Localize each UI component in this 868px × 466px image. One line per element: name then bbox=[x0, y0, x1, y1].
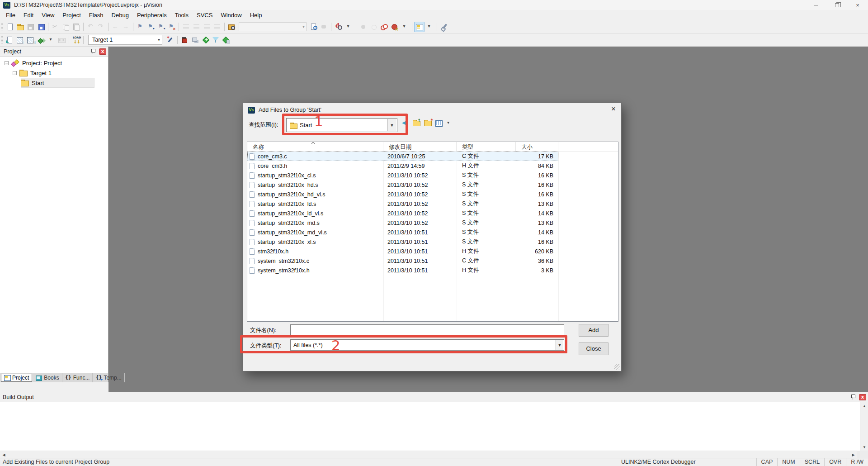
scroll-right-icon[interactable]: ▶ bbox=[849, 451, 857, 458]
minimize-button[interactable] bbox=[806, 0, 826, 10]
find-next-button[interactable] bbox=[308, 22, 319, 32]
file-row[interactable]: system_stm32f10x.c2011/3/10 10:51C 文件36 … bbox=[247, 256, 558, 266]
collapse-icon[interactable] bbox=[5, 61, 9, 65]
file-row[interactable]: startup_stm32f10x_md.s2011/3/10 10:52S 文… bbox=[247, 218, 558, 228]
select-packs-button[interactable] bbox=[211, 35, 221, 45]
scroll-left-icon[interactable]: ◀ bbox=[0, 451, 8, 458]
file-row[interactable]: startup_stm32f10x_hd.s2011/3/10 10:52S 文… bbox=[247, 180, 558, 190]
download-button[interactable] bbox=[71, 35, 81, 45]
breakpoint-gray-button[interactable] bbox=[358, 22, 368, 32]
new-file-button[interactable] bbox=[5, 22, 15, 32]
menu-item-view[interactable]: View bbox=[38, 10, 58, 20]
scroll-down-icon[interactable]: ▼ bbox=[860, 443, 868, 451]
breakpoint-outline-button[interactable] bbox=[368, 22, 379, 32]
target-select[interactable]: Target 1▾ bbox=[88, 35, 162, 45]
menu-item-window[interactable]: Window bbox=[217, 10, 245, 20]
tab-func[interactable]: Func... bbox=[62, 373, 93, 382]
find-in-files-button[interactable] bbox=[226, 22, 237, 32]
caret-button[interactable] bbox=[46, 35, 57, 45]
manage-rte-button[interactable] bbox=[200, 35, 211, 45]
dlg-views-icon[interactable] bbox=[435, 119, 443, 127]
stop-build-button[interactable] bbox=[57, 35, 67, 45]
resize-grip[interactable] bbox=[614, 364, 620, 370]
bookmark-next-button[interactable] bbox=[146, 22, 156, 32]
manage-project-items-button[interactable] bbox=[179, 35, 190, 45]
vertical-scrollbar[interactable]: ▲ ▼ bbox=[860, 402, 868, 451]
rebuild-button[interactable] bbox=[25, 35, 36, 45]
tree-item-project-project[interactable]: Project: Project bbox=[0, 58, 108, 68]
file-row[interactable]: core_cm3.h2011/2/9 14:59H 文件84 KB bbox=[247, 161, 558, 171]
build-output-content[interactable] bbox=[0, 402, 860, 451]
file-row[interactable]: startup_stm32f10x_hd_vl.s2011/3/10 10:52… bbox=[247, 190, 558, 199]
restore-button[interactable] bbox=[826, 0, 847, 10]
copy-button[interactable] bbox=[61, 22, 71, 32]
breakpoint-toggle-button[interactable] bbox=[379, 22, 389, 32]
tab-temp[interactable]: Temp... bbox=[93, 373, 124, 382]
cut-button[interactable] bbox=[50, 22, 61, 32]
indent-button[interactable] bbox=[181, 22, 191, 32]
file-list[interactable]: 名称修改日期类型大小 ^ core_cm3.c2010/6/7 10:25C 文… bbox=[247, 142, 618, 322]
comment-button[interactable] bbox=[202, 22, 212, 32]
menu-item-project[interactable]: Project bbox=[58, 10, 85, 20]
file-row[interactable]: stm32f10x.h2011/3/10 10:51H 文件620 KB bbox=[247, 247, 558, 256]
open-folder-button[interactable] bbox=[15, 22, 25, 32]
outdent-button[interactable] bbox=[191, 22, 202, 32]
window-layout-button[interactable] bbox=[414, 22, 425, 32]
caret-button[interactable] bbox=[344, 22, 354, 32]
nav-forward-button[interactable] bbox=[121, 22, 131, 32]
uncomment-button[interactable] bbox=[212, 22, 222, 32]
debug-search-button[interactable] bbox=[333, 22, 344, 32]
file-row[interactable]: startup_stm32f10x_cl.s2011/3/10 10:52S 文… bbox=[247, 171, 558, 180]
batch-build-button[interactable] bbox=[36, 35, 46, 45]
pack-installer-button[interactable] bbox=[221, 35, 231, 45]
bookmark-clear-button[interactable] bbox=[166, 22, 177, 32]
build-button[interactable] bbox=[15, 35, 25, 45]
horizontal-scrollbar[interactable]: ◀ ▶ bbox=[0, 451, 857, 458]
menu-item-peripherals[interactable]: Peripherals bbox=[133, 10, 171, 20]
collapse-icon[interactable] bbox=[13, 71, 17, 75]
undo-button[interactable] bbox=[85, 22, 96, 32]
search-combobox[interactable]: ▾ bbox=[239, 22, 307, 31]
file-row[interactable]: system_stm32f10x.h2011/3/10 10:51H 文件3 K… bbox=[247, 266, 558, 275]
dlg-up-icon[interactable]: ↑ bbox=[413, 119, 421, 127]
pin-icon[interactable] bbox=[91, 49, 95, 54]
configure-button[interactable] bbox=[439, 22, 449, 32]
column-header-3[interactable]: 大小 bbox=[516, 142, 558, 151]
dialog-close-icon[interactable]: × bbox=[611, 105, 616, 113]
kill-breakpoints-button[interactable] bbox=[389, 22, 400, 32]
multi-project-button[interactable] bbox=[190, 35, 200, 45]
add-button[interactable]: Add bbox=[579, 324, 609, 337]
menu-item-file[interactable]: File bbox=[2, 10, 19, 20]
close-dialog-button[interactable]: Close bbox=[579, 342, 609, 355]
file-row[interactable]: startup_stm32f10x_xl.s2011/3/10 10:51S 文… bbox=[247, 237, 558, 247]
bookmark-prev-button[interactable] bbox=[156, 22, 166, 32]
file-row[interactable]: core_cm3.c2010/6/7 10:25C 文件17 KB bbox=[247, 152, 558, 161]
menu-item-edit[interactable]: Edit bbox=[19, 10, 38, 20]
project-panel-close-icon[interactable]: x bbox=[99, 48, 106, 55]
column-header-0[interactable]: 名称 bbox=[247, 142, 383, 151]
menu-item-debug[interactable]: Debug bbox=[108, 10, 133, 20]
file-name-input[interactable] bbox=[290, 324, 564, 335]
file-row[interactable]: startup_stm32f10x_ld_vl.s2011/3/10 10:52… bbox=[247, 209, 558, 218]
translate-button[interactable] bbox=[5, 35, 15, 45]
menu-item-help[interactable]: Help bbox=[246, 10, 266, 20]
caret-icon[interactable] bbox=[447, 119, 455, 127]
tab-books[interactable]: Books bbox=[33, 373, 62, 382]
nav-back-button[interactable] bbox=[110, 22, 121, 32]
caret-button[interactable] bbox=[400, 22, 410, 32]
column-header-2[interactable]: 类型 bbox=[457, 142, 516, 151]
tree-item-target-1[interactable]: Target 1 bbox=[0, 68, 108, 78]
save-button[interactable] bbox=[25, 22, 36, 32]
browse-button[interactable] bbox=[319, 22, 329, 32]
scroll-up-icon[interactable]: ▲ bbox=[860, 402, 868, 409]
redo-button[interactable] bbox=[96, 22, 106, 32]
bookmark-toggle-button[interactable] bbox=[135, 22, 146, 32]
menu-item-tools[interactable]: Tools bbox=[171, 10, 193, 20]
dlg-newfolder-icon[interactable]: * bbox=[424, 119, 432, 127]
tree-item-start[interactable]: Start bbox=[0, 78, 108, 88]
close-button[interactable]: × bbox=[847, 0, 868, 10]
save-all-button[interactable] bbox=[36, 22, 46, 32]
file-row[interactable]: startup_stm32f10x_ld.s2011/3/10 10:52S 文… bbox=[247, 199, 558, 209]
paste-button[interactable] bbox=[71, 22, 81, 32]
tab-project[interactable]: Project bbox=[1, 374, 32, 382]
